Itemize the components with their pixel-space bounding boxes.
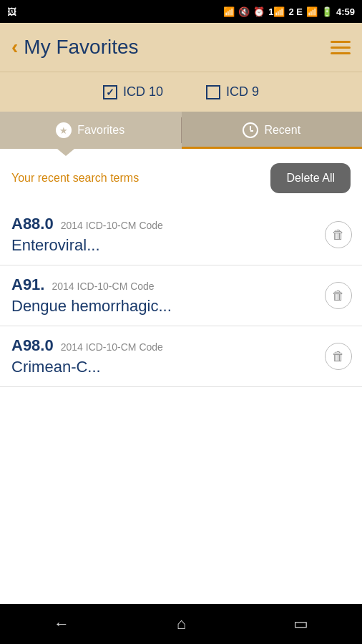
home-nav-button[interactable]: ⌂	[177, 615, 186, 633]
item-description[interactable]: Enteroviral...	[11, 236, 100, 254]
time-display: 4:59	[336, 6, 355, 17]
status-bar-left: 🖼	[7, 6, 16, 17]
mute-icon: 🔇	[238, 6, 250, 17]
list-item: A91. 2014 ICD-10-CM Code Dengue hemorrha…	[0, 265, 362, 326]
network-label: 2 E	[288, 6, 303, 17]
alarm-icon: ⏰	[253, 6, 265, 17]
main-content: Your recent search terms Delete All A88.…	[0, 149, 362, 387]
delete-item-button[interactable]: 🗑	[325, 221, 352, 248]
item-code-row: A98.0 2014 ICD-10-CM Code	[11, 336, 351, 355]
back-button[interactable]: ‹	[11, 37, 18, 57]
checkbox-icd9[interactable]	[206, 85, 220, 99]
tab-favorites-label: Favorites	[77, 124, 124, 137]
trash-icon: 🗑	[332, 349, 345, 364]
recents-nav-button[interactable]: ▭	[293, 615, 308, 633]
camera-icon: 🖼	[7, 6, 16, 17]
recent-search-label: Your recent search terms	[11, 172, 139, 185]
status-bar: 🖼 📶 🔇 ⏰ 1📶 2 E 📶 🔋 4:59	[0, 0, 362, 23]
list-item: A98.0 2014 ICD-10-CM Code Crimean-C... 🗑	[0, 326, 362, 387]
hamburger-line-3	[331, 52, 351, 54]
item-description[interactable]: Dengue hemorrhagic...	[11, 297, 172, 315]
list-item: A88.0 2014 ICD-10-CM Code Enteroviral...…	[0, 205, 362, 265]
delete-item-button[interactable]: 🗑	[325, 282, 352, 309]
signal-icon: 1📶	[268, 6, 285, 17]
hamburger-line-2	[331, 47, 351, 49]
tab-arrow	[57, 149, 74, 156]
item-code: A98.0	[11, 336, 54, 355]
header-left: ‹ My Favorites	[11, 36, 139, 59]
trash-icon: 🗑	[332, 228, 345, 243]
item-code: A91.	[11, 275, 44, 294]
filter-icd10[interactable]: ICD 10	[103, 84, 163, 99]
clock-icon	[243, 122, 258, 138]
filter-icd9-label: ICD 9	[226, 84, 259, 99]
delete-all-button[interactable]: Delete All	[270, 163, 351, 193]
tab-recent-label: Recent	[264, 124, 300, 137]
search-header: Your recent search terms Delete All	[0, 149, 362, 205]
app-header: ‹ My Favorites	[0, 23, 362, 72]
item-description[interactable]: Crimean-C...	[11, 358, 101, 376]
checkbox-icd10[interactable]	[103, 85, 117, 99]
filter-row: ICD 10 ICD 9	[0, 72, 362, 112]
tab-bar: ★ Favorites Recent	[0, 112, 362, 149]
signal2-icon: 📶	[306, 6, 318, 17]
tab-recent[interactable]: Recent	[182, 112, 363, 149]
bluetooth-icon: 📶	[223, 6, 235, 17]
star-icon: ★	[56, 122, 72, 138]
filter-icd10-label: ICD 10	[123, 84, 163, 99]
bottom-nav-bar: ← ⌂ ▭	[0, 604, 362, 644]
hamburger-line-1	[331, 41, 351, 43]
item-code: A88.0	[11, 215, 54, 233]
status-bar-right: 📶 🔇 ⏰ 1📶 2 E 📶 🔋 4:59	[223, 6, 355, 17]
battery-icon: 🔋	[321, 6, 333, 17]
item-tag: 2014 ICD-10-CM Code	[61, 341, 163, 353]
item-tag: 2014 ICD-10-CM Code	[52, 280, 154, 292]
delete-item-button[interactable]: 🗑	[325, 343, 352, 370]
page-title: My Favorites	[24, 36, 138, 59]
menu-button[interactable]	[331, 41, 351, 54]
item-code-row: A88.0 2014 ICD-10-CM Code	[11, 215, 351, 233]
tab-favorites[interactable]: ★ Favorites	[0, 112, 181, 149]
back-nav-button[interactable]: ←	[54, 615, 69, 633]
trash-icon: 🗑	[332, 288, 345, 303]
filter-icd9[interactable]: ICD 9	[206, 84, 259, 99]
item-code-row: A91. 2014 ICD-10-CM Code	[11, 275, 351, 294]
item-tag: 2014 ICD-10-CM Code	[61, 220, 163, 231]
